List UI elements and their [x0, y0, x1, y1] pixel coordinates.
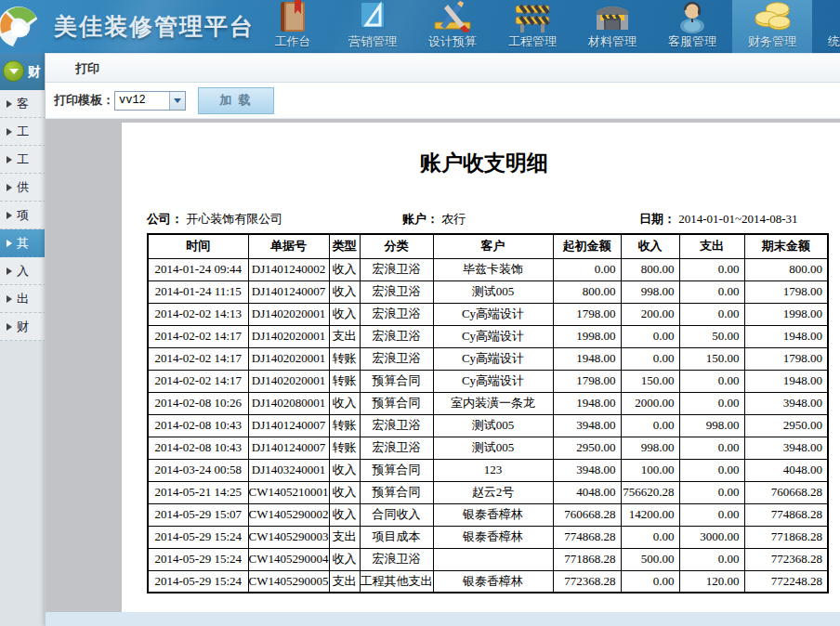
table-cell: DJ1401240007 [248, 437, 329, 459]
table-cell: 0.00 [621, 325, 679, 347]
nav-item-客服管理[interactable]: 客服管理 [652, 0, 732, 53]
table-cell: 测试005 [433, 280, 553, 303]
table-cell: 772368.28 [553, 570, 621, 593]
table-cell: CW1405290005 [248, 570, 329, 593]
table-row: 2014-05-21 14:25CW1405210001收入预算合同赵云2号40… [148, 481, 828, 503]
table-cell: 2014-03-24 00:58 [148, 459, 248, 481]
nav-item-材料管理[interactable]: 材料管理 [572, 0, 652, 53]
table-cell: 14200.00 [621, 503, 679, 526]
warehouse-icon [593, 0, 632, 33]
nav-item-财务管理[interactable]: 财务管理 [732, 0, 812, 53]
table-cell: 2950.00 [553, 437, 621, 459]
report-page: 账户收支明细 公司： 开心装饰有限公司 账户： 农行 日期： 2014-01-0… [122, 123, 840, 612]
table-cell: 800.00 [744, 258, 828, 280]
table-row: 2014-05-29 15:24CW1405290004收入宏浪卫浴771868… [148, 548, 828, 570]
table-row: 2014-03-24 00:58DJ1403240001收入预算合同123394… [148, 459, 828, 481]
table-cell: 工程其他支出 [360, 570, 433, 593]
panel-bottom-strip [46, 612, 840, 626]
nav-item-工作台[interactable]: 工作台 [253, 0, 333, 53]
table-cell: 100.00 [621, 459, 679, 481]
table-cell [433, 548, 553, 570]
table-cell: 2014-02-02 14:13 [148, 303, 248, 325]
table-cell: 银泰香樟林 [433, 526, 553, 548]
table-cell: 0.00 [621, 526, 679, 548]
table-cell: 3948.00 [744, 392, 828, 414]
sidebar-item-工[interactable]: 工 [0, 118, 51, 146]
table-cell: 756620.28 [621, 481, 679, 503]
table-cell: 宏浪卫浴 [360, 414, 433, 437]
table-cell: 支出 [329, 526, 360, 548]
table-cell: 项目成本 [360, 526, 433, 548]
table-cell: 宏浪卫浴 [360, 303, 433, 325]
nav-item-label: 设计预算 [428, 33, 477, 50]
sidebar-section-header[interactable]: 财务 [0, 53, 51, 90]
column-header: 期末金额 [744, 234, 828, 258]
table-cell: 1798.00 [744, 347, 828, 370]
nav-item-营销管理[interactable]: 营销管理 [333, 0, 413, 53]
sidebar-item-财[interactable]: 财 [0, 313, 51, 341]
table-cell: 800.00 [621, 258, 679, 280]
table-cell: 测试005 [433, 437, 553, 459]
table-cell: 支出 [329, 325, 360, 347]
sidebar: 财务 客工工供项其入出财 [0, 53, 51, 626]
chevron-down-icon[interactable] [169, 92, 185, 110]
table-cell: 3948.00 [553, 459, 621, 481]
table-cell: 合同收入 [360, 503, 433, 526]
nav-item-工程管理[interactable]: 工程管理 [492, 0, 572, 53]
table-cell: 收入 [329, 548, 360, 570]
tab-print[interactable]: 打印 [75, 54, 99, 83]
table-cell: 2014-02-08 10:43 [148, 437, 248, 459]
table-cell: DJ1402020001 [248, 347, 329, 370]
table-row: 2014-01-24 09:44DJ1401240002收入宏浪卫浴毕兹卡装饰0… [148, 258, 828, 280]
sidebar-item-客[interactable]: 客 [0, 90, 51, 118]
table-cell: Cy高端设计 [433, 303, 553, 325]
table-cell: 0.00 [679, 303, 744, 325]
collapse-icon[interactable] [3, 60, 24, 82]
table-cell: 0.00 [679, 459, 744, 481]
table-cell: 3948.00 [744, 437, 828, 459]
table-cell: 772368.28 [744, 548, 828, 570]
table-cell: 赵云2号 [433, 481, 553, 503]
sidebar-item-出[interactable]: 出 [0, 285, 51, 313]
sidebar-item-项[interactable]: 项 [0, 202, 51, 229]
table-cell: 2014-05-29 15:24 [148, 548, 248, 570]
table-cell: DJ1402080001 [248, 392, 329, 414]
report-table: 时间单据号类型分类客户起初金额收入支出期末金额2014-01-24 09:44D… [147, 233, 829, 593]
column-header: 支出 [679, 234, 744, 258]
nav-item-label: 工程管理 [508, 33, 557, 50]
nav-item-label: 营销管理 [348, 33, 397, 50]
table-cell: 1798.00 [553, 303, 621, 325]
table-cell: 3000.00 [679, 526, 744, 548]
sidebar-item-入[interactable]: 入 [0, 257, 51, 285]
design-icon [433, 0, 472, 33]
report-date-range: 日期： 2014-01-01~2014-08-31 [639, 211, 826, 228]
sidebar-item-供[interactable]: 供 [0, 174, 51, 202]
table-row: 2014-05-29 15:24CW1405290003支出项目成本银泰香樟林7… [148, 526, 828, 548]
nav-item-统计分析[interactable]: 统计分析 [812, 0, 840, 53]
table-cell: DJ1402020001 [248, 325, 329, 347]
table-cell: 0.00 [679, 392, 744, 414]
table-cell: 0.00 [621, 414, 679, 437]
table-cell: 0.00 [621, 347, 679, 370]
template-select[interactable]: vv12 [114, 91, 186, 111]
table-cell: Cy高端设计 [433, 347, 553, 370]
table-cell: 4048.00 [553, 481, 621, 503]
table-cell: 150.00 [621, 370, 679, 392]
table-cell: 771868.28 [744, 526, 828, 548]
table-row: 2014-02-02 14:13DJ1402020001收入宏浪卫浴Cy高端设计… [148, 303, 828, 325]
print-preview-area: 账户收支明细 公司： 开心装饰有限公司 账户： 农行 日期： 2014-01-0… [46, 119, 840, 612]
table-cell: 0.00 [679, 548, 744, 570]
table-cell: 2014-05-29 15:24 [148, 526, 248, 548]
table-cell: 测试005 [433, 414, 553, 437]
table-cell: 2014-02-02 14:17 [148, 347, 248, 370]
column-header: 类型 [329, 234, 360, 258]
table-cell: 1948.00 [553, 347, 621, 370]
sidebar-item-其[interactable]: 其 [0, 229, 51, 257]
table-cell: 预算合同 [360, 392, 433, 414]
sidebar-item-工[interactable]: 工 [0, 146, 51, 174]
nav-item-label: 客服管理 [668, 33, 716, 50]
load-button[interactable]: 加 载 [198, 87, 274, 114]
table-cell: 收入 [329, 481, 360, 503]
nav-item-设计预算[interactable]: 设计预算 [413, 0, 492, 53]
table-row: 2014-02-02 14:17DJ1402020001转账宏浪卫浴Cy高端设计… [148, 347, 828, 370]
